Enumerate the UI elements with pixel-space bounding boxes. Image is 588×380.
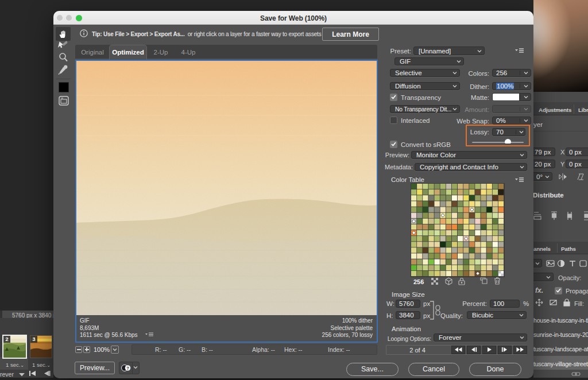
svg-text:?: ? — [126, 366, 129, 371]
